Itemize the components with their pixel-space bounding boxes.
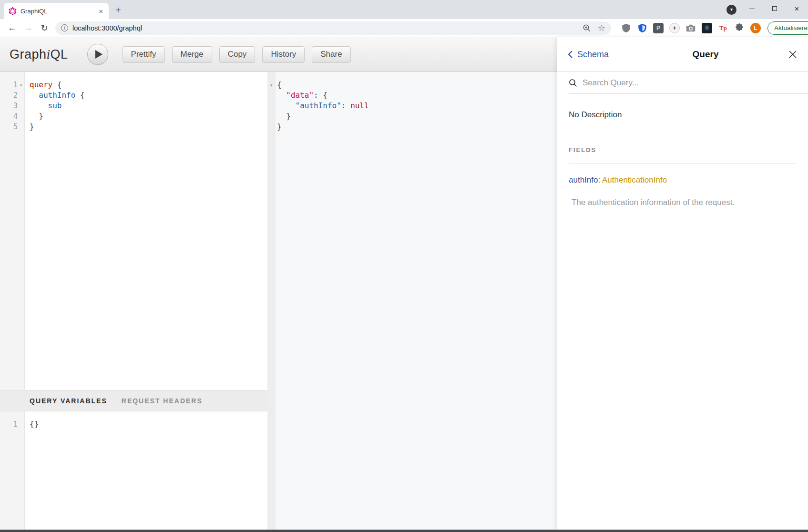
- doc-content: No Description FIELDS authInfo: Authenti…: [557, 94, 808, 207]
- new-tab-button[interactable]: +: [112, 4, 125, 17]
- copy-button[interactable]: Copy: [219, 46, 256, 63]
- tab-request-headers[interactable]: REQUEST HEADERS: [122, 397, 203, 405]
- tab-close-icon[interactable]: ×: [98, 7, 104, 15]
- back-button[interactable]: ←: [5, 21, 19, 35]
- graphiql-toolbar: GraphiQL Prettify Merge Copy History Sha…: [0, 37, 557, 72]
- variables-editor-gutter: 1: [0, 411, 25, 530]
- minimize-button[interactable]: [741, 0, 763, 17]
- close-button[interactable]: ×: [786, 0, 808, 17]
- prettify-button[interactable]: Prettify: [123, 46, 165, 63]
- doc-close-button[interactable]: [788, 50, 798, 59]
- doc-back-link[interactable]: Schema: [568, 50, 609, 60]
- taskbar-edge: [0, 530, 808, 532]
- graphiql-logo: GraphiQL: [10, 47, 68, 62]
- chevron-left-icon: [568, 50, 573, 59]
- url-text[interactable]: localhost:3000/graphql: [72, 24, 142, 32]
- extensions-puzzle-icon[interactable]: [734, 23, 745, 33]
- play-icon: [95, 50, 102, 59]
- graphiql-app: GraphiQL Prettify Merge Copy History Sha…: [0, 37, 808, 530]
- query-editor-gutter: 1▾2345: [0, 72, 25, 390]
- bookmark-star-icon[interactable]: ☆: [598, 23, 605, 33]
- query-editor-code[interactable]: query { authInfo { sub }}: [25, 72, 85, 390]
- browser-navbar: ← → ↻ i localhost:3000/graphql ☆ P + ⚛: [0, 19, 808, 37]
- close-x-icon: [788, 50, 798, 59]
- field-row: authInfo: AuthenticationInfo: [569, 175, 797, 185]
- minimize-icon: [749, 9, 755, 9]
- bitwarden-shield-icon[interactable]: [637, 23, 647, 33]
- react-devtools-icon[interactable]: ⚛: [702, 23, 712, 33]
- field-name-link[interactable]: authInfo: [569, 175, 598, 184]
- close-icon: ×: [795, 5, 799, 13]
- history-button[interactable]: History: [262, 46, 305, 63]
- share-button[interactable]: Share: [312, 46, 350, 63]
- result-json: { "data": { "authInfo": null }}: [276, 72, 369, 530]
- profile-avatar[interactable]: L: [750, 23, 761, 33]
- variables-editor[interactable]: 1 {}: [0, 411, 267, 530]
- p-extension-icon[interactable]: P: [653, 23, 664, 33]
- doc-explorer-panel: Schema Query No Description FIELDS authI…: [557, 37, 808, 530]
- result-fold-gutter: ▾: [267, 72, 276, 530]
- fields-heading: FIELDS: [569, 146, 797, 153]
- doc-back-label: Schema: [577, 50, 609, 60]
- variables-editor-code[interactable]: {}: [25, 411, 39, 530]
- tab-title: GraphiQL: [20, 8, 98, 15]
- site-info-icon[interactable]: i: [61, 24, 68, 31]
- browser-window: GraphiQL × + ▾ × ← → ↻ i localhost:3000/…: [0, 0, 808, 532]
- browser-titlebar: GraphiQL × + ▾ ×: [0, 0, 808, 19]
- doc-explorer-header: Schema Query: [557, 37, 808, 72]
- execute-button[interactable]: [87, 44, 108, 65]
- chrome-update-button[interactable]: Aktualisieren ⋮: [767, 21, 808, 35]
- doc-search-bar: [569, 72, 808, 94]
- tp-extension-icon[interactable]: Tp: [718, 23, 728, 33]
- query-editor[interactable]: 1▾2345 query { authInfo { sub }}: [0, 72, 267, 390]
- variables-tab-bar: QUERY VARIABLES REQUEST HEADERS: [0, 390, 267, 411]
- merge-button[interactable]: Merge: [172, 46, 212, 63]
- maximize-button[interactable]: [763, 0, 786, 17]
- reload-button[interactable]: ↻: [38, 21, 51, 35]
- toolbar-buttons: Prettify Merge Copy History Share: [123, 46, 351, 63]
- adblock-shield-icon[interactable]: [621, 23, 631, 33]
- fields-divider: [569, 163, 797, 164]
- camera-extension-icon[interactable]: [685, 23, 696, 33]
- doc-title: Query: [609, 49, 788, 60]
- update-label: Aktualisieren: [774, 24, 808, 31]
- zoom-icon[interactable]: [583, 24, 591, 32]
- extensions-row: P + ⚛ Tp L: [618, 23, 764, 33]
- search-icon: [569, 79, 577, 87]
- result-viewer[interactable]: ▾ { "data": { "authInfo": null }}: [267, 72, 557, 530]
- field-description: The authentication information of the re…: [569, 198, 797, 207]
- forward-button[interactable]: →: [21, 21, 35, 35]
- titlebar-caret-icon[interactable]: ▾: [726, 5, 736, 15]
- maximize-icon: [772, 6, 777, 11]
- graphql-favicon-icon: [9, 7, 17, 15]
- browser-tab[interactable]: GraphiQL ×: [4, 3, 109, 19]
- window-controls: ×: [741, 0, 808, 17]
- tab-query-variables[interactable]: QUERY VARIABLES: [30, 397, 107, 405]
- field-type-link[interactable]: AuthenticationInfo: [602, 175, 667, 184]
- move-cross-extension-icon[interactable]: +: [669, 23, 680, 33]
- doc-search-input[interactable]: [583, 78, 800, 88]
- type-description: No Description: [569, 110, 797, 120]
- address-bar[interactable]: i localhost:3000/graphql ☆: [55, 21, 611, 35]
